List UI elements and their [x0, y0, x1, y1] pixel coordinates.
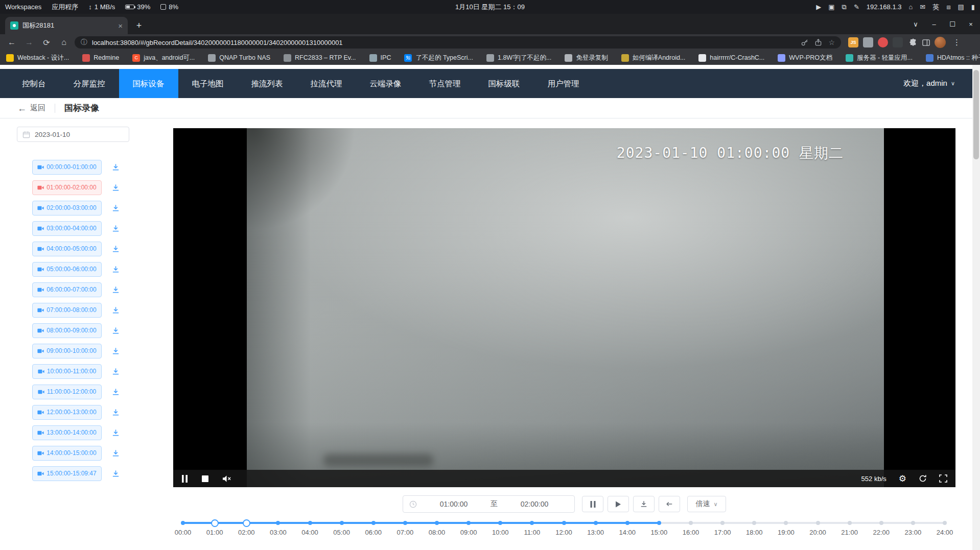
segment-download-button[interactable] — [110, 325, 121, 336]
timeline-handle[interactable] — [243, 519, 250, 527]
timeline-hour-dot[interactable] — [848, 521, 852, 525]
segment-button[interactable]: 05:00:00-06:00:00 — [32, 262, 102, 277]
timeline-hour-dot[interactable] — [625, 521, 629, 525]
nav-item[interactable]: 分屏监控 — [60, 69, 119, 98]
gray-extension-icon[interactable] — [863, 37, 873, 47]
password-key-icon[interactable] — [801, 39, 808, 46]
js-extension-icon[interactable]: JS — [848, 37, 858, 47]
bookmark-item[interactable]: 如何编译Android... — [621, 54, 686, 62]
segment-button[interactable]: 06:00:00-07:00:00 — [32, 282, 102, 297]
timeline-hour-dot[interactable] — [466, 521, 471, 525]
pause-button[interactable] — [582, 496, 603, 512]
segment-download-button[interactable] — [110, 468, 121, 479]
page-scrollbar[interactable] — [972, 65, 980, 550]
segment-button[interactable]: 13:00:00-14:00:00 — [32, 425, 102, 440]
windows-icon[interactable]: ⧈ — [946, 3, 950, 11]
segment-button[interactable]: 02:00:00-03:00:00 — [32, 201, 102, 216]
segment-download-button[interactable] — [110, 162, 121, 172]
bookmark-item[interactable]: Cjava、android可... — [132, 54, 195, 62]
segment-button[interactable]: 01:00:00-02:00:00 — [32, 180, 102, 195]
bookmark-item[interactable]: 知了不起的 TypeScri... — [404, 54, 473, 62]
segment-download-button[interactable] — [110, 366, 121, 376]
clipboard-icon[interactable]: ⧉ — [842, 3, 847, 11]
workspaces-button[interactable]: Workspaces — [5, 3, 41, 11]
segment-download-button[interactable] — [110, 407, 121, 417]
nav-item[interactable]: 电子地图 — [178, 69, 238, 98]
timeline-hour-dot[interactable] — [530, 521, 534, 525]
segment-button[interactable]: 04:00:00-05:00:00 — [32, 242, 102, 256]
tab-search-icon[interactable]: ∨ — [906, 14, 925, 34]
timeline-hour-dot[interactable] — [943, 521, 947, 525]
video-surface[interactable] — [247, 128, 884, 487]
segment-button[interactable]: 12:00:00-13:00:00 — [32, 405, 102, 420]
segment-button[interactable]: 11:00:00-12:00:00 — [32, 385, 102, 399]
player-pause-icon[interactable] — [181, 475, 188, 483]
applications-menu[interactable]: 应用程序 — [52, 3, 78, 12]
player-stop-icon[interactable] — [202, 475, 208, 482]
segment-button[interactable]: 14:00:00-15:00:00 — [32, 446, 102, 461]
ip-address-indicator[interactable]: 192.168.1.3 — [867, 3, 902, 11]
bookmark-item[interactable]: Redmine — [82, 54, 119, 62]
segment-download-button[interactable] — [110, 305, 121, 315]
timeline-hour-dot[interactable] — [594, 521, 598, 525]
battery-vertical-icon[interactable]: ▮ — [971, 3, 975, 11]
scrollbar-thumb[interactable] — [973, 70, 979, 159]
language-indicator[interactable]: 英 — [932, 3, 939, 12]
nav-item[interactable]: 用户管理 — [534, 69, 593, 98]
screen-tool-icon[interactable]: ▣ — [828, 3, 834, 11]
home-icon[interactable]: ⌂ — [909, 3, 913, 11]
segment-download-button[interactable] — [110, 427, 121, 438]
nav-item[interactable]: 控制台 — [8, 69, 60, 98]
window-minimize-button[interactable]: – — [925, 14, 943, 34]
bookmark-item[interactable]: Webstack - 设计... — [6, 54, 69, 62]
bookmark-star-icon[interactable]: ☆ — [828, 38, 835, 46]
timeline-hour-dot[interactable] — [498, 521, 502, 525]
bookmark-item[interactable]: IPC — [369, 54, 391, 62]
extensions-puzzle-icon[interactable] — [909, 38, 918, 47]
nav-item[interactable]: 国标设备 — [119, 69, 178, 98]
segment-download-button[interactable] — [110, 346, 121, 356]
download-button[interactable] — [633, 496, 655, 512]
back-icon[interactable]: ← — [5, 38, 18, 47]
timeline-hour-dot[interactable] — [403, 521, 407, 525]
timeline-hour-dot[interactable] — [752, 521, 756, 525]
window-close-button[interactable]: × — [962, 14, 980, 34]
segment-button[interactable]: 09:00:00-10:00:00 — [32, 344, 102, 358]
profile-avatar[interactable] — [935, 37, 946, 48]
timeline-track[interactable] — [183, 522, 945, 524]
segment-button[interactable]: 00:00:00-01:00:00 — [32, 160, 102, 175]
timeline-hour-dot[interactable] — [181, 521, 185, 525]
media-play-icon[interactable]: ▶ — [816, 3, 821, 11]
bookmark-item[interactable]: 1.8W字|了不起的... — [486, 54, 551, 62]
segment-download-button[interactable] — [110, 448, 121, 458]
player-mute-icon[interactable] — [222, 475, 231, 483]
url-text[interactable]: localhost:38080/#/gbRecordDetail/3402000… — [92, 39, 796, 46]
range-end-time[interactable]: 02:00:00 — [501, 500, 568, 508]
timeline-hour-dot[interactable] — [276, 521, 280, 525]
step-back-button[interactable] — [659, 496, 680, 512]
share-icon[interactable] — [814, 39, 822, 46]
side-panel-icon[interactable] — [922, 38, 930, 47]
timeline-hour-dot[interactable] — [435, 521, 439, 525]
range-start-time[interactable]: 01:00:00 — [420, 500, 487, 508]
bookmark-item[interactable]: RFC2833 – RTP Ev... — [284, 54, 356, 62]
bookmark-item[interactable]: 服务器 - 轻量应用... — [846, 54, 913, 62]
timeline-hour-dot[interactable] — [816, 521, 820, 525]
timeline-hour-dot[interactable] — [911, 521, 915, 525]
timeline-hour-dot[interactable] — [879, 521, 883, 525]
bookmark-item[interactable]: QNAP Turbo NAS — [208, 54, 270, 62]
address-bar[interactable]: ⓘ localhost:38080/#/gbRecordDetail/34020… — [75, 36, 841, 49]
play-button[interactable] — [608, 496, 629, 512]
segment-button[interactable]: 10:00:00-11:00:00 — [32, 364, 102, 379]
user-menu[interactable]: 欢迎，admin ∨ — [903, 79, 955, 88]
bookmark-item[interactable]: HDAtmos :: 种子 *... — [926, 54, 980, 62]
segment-download-button[interactable] — [110, 182, 121, 193]
reload-icon[interactable]: ⟳ — [40, 38, 53, 47]
messages-icon[interactable]: ✉ — [920, 3, 925, 11]
bookmark-item[interactable]: WVP-PRO文档 — [778, 54, 832, 62]
timeline-hour-dot[interactable] — [689, 521, 693, 525]
nav-item[interactable]: 国标级联 — [475, 69, 534, 98]
time-range-picker[interactable]: 01:00:00 至 02:00:00 — [403, 495, 575, 513]
bookmark-item[interactable]: 免登录复制 — [565, 54, 608, 62]
browser-home-icon[interactable]: ⌂ — [57, 38, 71, 47]
